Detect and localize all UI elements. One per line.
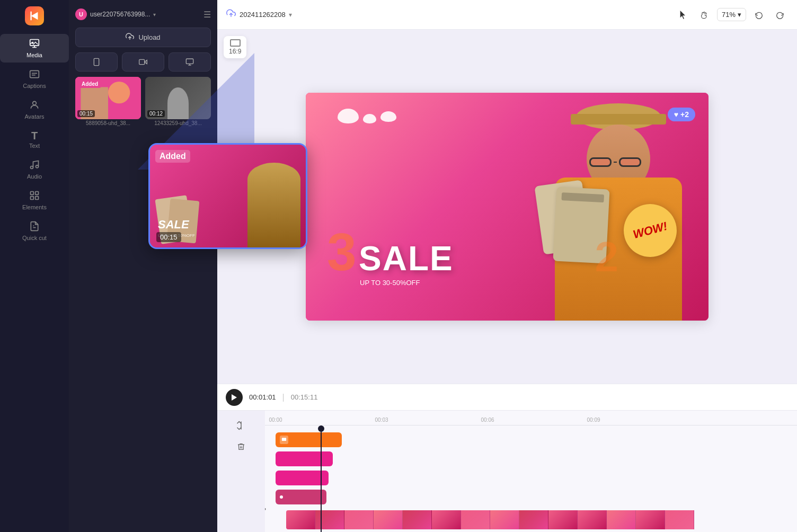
project-name: 202411262208 (240, 11, 286, 19)
timeline-content: 00:00 00:03 00:06 00:09 (265, 411, 797, 532)
user-dropdown-chevron: ▾ (153, 12, 156, 17)
film-frame-7 (461, 510, 490, 529)
track-icon (280, 436, 288, 444)
ratio-selector[interactable]: 16:9 (224, 36, 246, 58)
device-row (75, 52, 211, 72)
track-clip-pink-1[interactable] (276, 451, 333, 466)
zoom-selector[interactable]: 71% ▾ (717, 8, 746, 21)
sidebar-item-elements[interactable]: Elements (0, 186, 69, 215)
timeline-ruler: 00:00 00:03 00:06 00:09 (265, 411, 797, 425)
ratio-icon (230, 39, 241, 47)
film-frame-2 (315, 510, 344, 529)
svg-point-5 (33, 101, 37, 105)
film-frame-10 (548, 510, 578, 529)
svg-rect-24 (282, 438, 286, 441)
canvas-person (534, 98, 693, 321)
upload-cloud-icon (126, 32, 134, 42)
timeline-tracks (265, 425, 797, 532)
device-phone-btn[interactable] (75, 52, 118, 72)
user-info[interactable]: U user220756763998... ▾ (75, 8, 156, 20)
film-strip-track[interactable] (276, 510, 797, 529)
device-monitor-btn[interactable] (169, 52, 211, 72)
undo-btn[interactable] (750, 6, 767, 23)
upload-button[interactable]: Upload (75, 28, 211, 47)
upload-label: Upload (138, 33, 160, 41)
select-tool-btn[interactable] (675, 6, 692, 23)
media-label: Media (26, 52, 42, 58)
avatars-icon (29, 100, 40, 112)
current-time: 00:01:01 (249, 393, 276, 401)
redo-btn[interactable] (772, 6, 789, 23)
captions-icon (29, 69, 40, 81)
track-clip-orange[interactable] (276, 432, 342, 447)
toolbar-controls: 71% ▾ (675, 6, 789, 23)
playhead-line (321, 425, 322, 532)
mark-6: 00:06 (481, 417, 494, 423)
track-1 (276, 432, 797, 448)
svg-rect-15 (94, 58, 99, 65)
media-thumb-1[interactable]: SALE Added 00:15 (75, 77, 141, 119)
delete-clip-btn[interactable] (233, 438, 250, 455)
track-3 (276, 470, 797, 486)
user-menu-icon[interactable]: ☰ (203, 10, 211, 20)
total-time: 00:15:11 (291, 393, 318, 401)
audio-icon (29, 159, 40, 172)
film-strip (286, 510, 797, 529)
audio-label: Audio (27, 174, 42, 180)
project-info[interactable]: 202411262208 ▾ (226, 8, 292, 21)
quick-cut-label: Quick cut (22, 235, 47, 241)
playhead-head (318, 425, 324, 432)
svg-point-7 (36, 165, 39, 168)
project-chevron: ▾ (289, 11, 292, 19)
svg-rect-9 (36, 192, 39, 195)
media-duration-1: 00:15 (77, 110, 95, 117)
device-camera-btn[interactable] (122, 52, 164, 72)
media-thumb-2[interactable]: 00:12 (145, 77, 211, 119)
track-4 (276, 489, 797, 505)
media-item-2: 00:12 12433259-uhd_38... (145, 77, 211, 126)
play-button[interactable] (226, 389, 243, 406)
workspace: 202411262208 ▾ 71% (217, 0, 797, 532)
sidebar-item-text[interactable]: T Text (0, 126, 69, 153)
sidebar-item-audio[interactable]: Audio (0, 155, 69, 184)
media-filename-2: 12433259-uhd_38... (145, 120, 211, 126)
svg-point-6 (31, 166, 33, 169)
mark-0: 00:00 (269, 417, 282, 423)
text-label: Text (29, 143, 40, 149)
film-frame-6 (432, 510, 461, 529)
quick-cut-icon (29, 221, 40, 233)
sidebar-item-avatars[interactable]: Avatars (0, 95, 69, 124)
film-frame-12 (607, 510, 636, 529)
media-filename-1: 5889058-uhd_38... (75, 120, 141, 126)
hover-preview-duration: 00:15 (156, 232, 181, 242)
svg-rect-2 (30, 70, 39, 77)
svg-marker-17 (145, 60, 147, 64)
captions-label: Captions (23, 83, 46, 89)
toolbar: 202411262208 ▾ 71% (217, 0, 797, 30)
sidebar-item-quick-cut[interactable]: Quick cut (0, 217, 69, 245)
timeline: 00:00 00:03 00:06 00:09 (217, 410, 797, 532)
hover-preview-added-badge: Added (155, 150, 190, 163)
sale-text: SALE (359, 239, 454, 278)
app-container: Media Captions Avatars T (0, 0, 797, 532)
cursor-arrow (278, 249, 291, 249)
hand-tool-btn[interactable] (696, 6, 713, 23)
app-logo[interactable] (25, 6, 44, 25)
sidebar-item-media[interactable]: Media (0, 34, 69, 63)
film-frame-5 (403, 510, 432, 529)
mark-3: 00:03 (375, 417, 388, 423)
split-tool-btn[interactable] (233, 417, 250, 434)
sidebar-item-captions[interactable]: Captions (0, 65, 69, 93)
sidebar: Media Captions Avatars T (0, 0, 69, 532)
track-clip-pink-3[interactable] (276, 490, 326, 504)
film-frame-3 (344, 510, 374, 529)
avatars-label: Avatars (24, 114, 44, 120)
cloud-sticker-2 (363, 114, 376, 123)
film-frame-14 (665, 510, 694, 529)
video-canvas: ♥ +2 (306, 93, 709, 321)
film-frame-4 (374, 510, 403, 529)
film-frame-8 (490, 510, 519, 529)
media-item-1: SALE Added 00:15 5889058-uhd_38... (75, 77, 141, 126)
ratio-label: 16:9 (229, 48, 241, 55)
elements-icon (29, 190, 40, 202)
